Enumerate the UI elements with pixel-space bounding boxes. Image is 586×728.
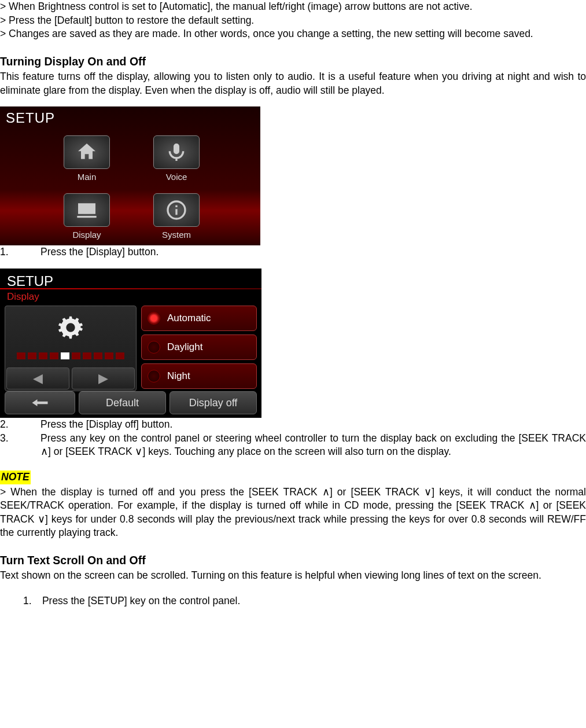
info-icon bbox=[153, 193, 200, 227]
step-3-text: Press any key on the control panel or st… bbox=[40, 432, 586, 459]
tile-system[interactable]: System bbox=[139, 193, 214, 241]
scroll-step-1: 1. Press the [SETUP] key on the control … bbox=[23, 594, 586, 608]
option-automatic[interactable]: Automatic bbox=[141, 306, 257, 331]
scroll-step-1-text: Press the [SETUP] key on the control pan… bbox=[42, 595, 240, 606]
back-arrow-icon bbox=[31, 398, 49, 408]
screenshot-display-settings: SETUP Display ◀ ▶ Automatic bbox=[0, 269, 261, 418]
desc-turning-display: This feature turns off the display, allo… bbox=[0, 70, 586, 97]
step-3-num: 3. bbox=[0, 432, 40, 459]
tile-voice[interactable]: Voice bbox=[139, 135, 214, 183]
brightness-track bbox=[17, 352, 124, 361]
display-icon bbox=[64, 193, 110, 227]
heading-text-scroll: Turn Text Scroll On and Off bbox=[0, 553, 586, 568]
option-automatic-label: Automatic bbox=[167, 312, 211, 325]
step-2: 2. Press the [Display off] button. bbox=[0, 418, 586, 432]
brightness-right-button[interactable]: ▶ bbox=[72, 367, 135, 389]
step-3: 3. Press any key on the control panel or… bbox=[0, 432, 586, 459]
note-line-3: > Changes are saved as they are made. In… bbox=[0, 27, 586, 41]
step-2-text: Press the [Display off] button. bbox=[40, 418, 586, 432]
mic-icon bbox=[153, 135, 200, 169]
gear-icon bbox=[5, 306, 136, 349]
step-1: 1. Press the [Display] button. bbox=[0, 245, 586, 259]
divider bbox=[0, 288, 261, 289]
step-2-num: 2. bbox=[0, 418, 40, 432]
radio-off-icon bbox=[148, 370, 160, 383]
back-button[interactable] bbox=[5, 391, 75, 414]
chevron-left-icon: ◀ bbox=[33, 370, 43, 387]
scroll-step-1-num: 1. bbox=[23, 594, 39, 608]
tile-display[interactable]: Display bbox=[49, 193, 124, 241]
note-line-1: > When Brightness control is set to [Aut… bbox=[0, 0, 586, 14]
radio-on-icon bbox=[148, 312, 160, 325]
desc-text-scroll: Text shown on the screen can be scrolled… bbox=[0, 569, 586, 583]
default-button[interactable]: Default bbox=[79, 391, 166, 414]
note-text-1: When Brightness control is set to [Autom… bbox=[9, 1, 472, 12]
brightness-panel: ◀ ▶ bbox=[5, 306, 137, 391]
tile-main[interactable]: Main bbox=[49, 135, 124, 183]
radio-off-icon bbox=[148, 341, 160, 354]
setup-title: SETUP bbox=[6, 109, 55, 127]
display-off-button[interactable]: Display off bbox=[169, 391, 257, 414]
tile-voice-label: Voice bbox=[139, 171, 214, 183]
tile-main-label: Main bbox=[49, 171, 124, 183]
note-line-2: > Press the [Default] button to restore … bbox=[0, 14, 586, 28]
display-subtitle: Display bbox=[7, 291, 39, 304]
home-icon bbox=[64, 135, 110, 169]
brightness-left-button[interactable]: ◀ bbox=[6, 367, 69, 389]
screenshot-setup-menu: SETUP Main Voice Display System bbox=[0, 106, 260, 245]
step-1-text: Press the [Display] button. bbox=[40, 245, 586, 259]
chevron-right-icon: ▶ bbox=[98, 370, 108, 387]
option-night[interactable]: Night bbox=[141, 363, 257, 389]
note-text-3: Changes are saved as they are made. In o… bbox=[9, 28, 533, 39]
heading-turning-display: Turning Display On and Off bbox=[0, 54, 586, 69]
tile-display-label: Display bbox=[49, 229, 124, 241]
option-daylight-label: Daylight bbox=[167, 341, 202, 354]
note-text-2: Press the [Default] button to restore th… bbox=[9, 14, 254, 26]
option-daylight[interactable]: Daylight bbox=[141, 334, 257, 360]
step-1-num: 1. bbox=[0, 245, 40, 259]
note-body-text: When the display is turned off and you p… bbox=[0, 486, 586, 539]
note-label: NOTE bbox=[0, 470, 31, 484]
option-night-label: Night bbox=[167, 370, 190, 383]
note-body: > When the display is turned off and you… bbox=[0, 486, 586, 541]
tile-system-label: System bbox=[139, 229, 214, 241]
